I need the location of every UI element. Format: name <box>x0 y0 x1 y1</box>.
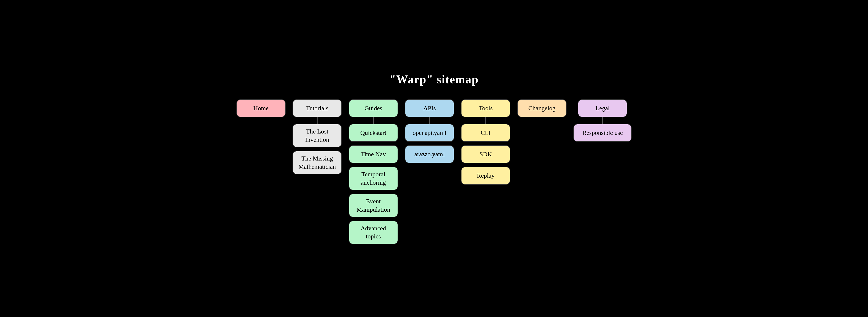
legal-children: Responsible use <box>574 124 631 142</box>
tutorials-connector-v <box>317 117 317 124</box>
guide-time-nav[interactable]: Time Nav <box>349 145 398 163</box>
column-guides: Guides Quickstart Time Nav Temporal anch… <box>349 99 398 244</box>
api-arazzo[interactable]: arazzo.yaml <box>405 145 454 163</box>
column-legal: Legal Responsible use <box>574 99 631 142</box>
guide-temporal-anchoring[interactable]: Temporal anchoring <box>349 167 398 190</box>
apis-connector-v <box>429 117 430 124</box>
apis-node[interactable]: APIs <box>405 99 454 117</box>
tutorial-lost-invention[interactable]: The Lost Invention <box>292 124 342 147</box>
changelog-node[interactable]: Changelog <box>517 99 566 117</box>
legal-node[interactable]: Legal <box>578 99 627 117</box>
tutorials-node[interactable]: Tutorials <box>292 99 342 117</box>
tools-children: CLI SDK Replay <box>461 124 510 185</box>
api-openapi[interactable]: openapi.yaml <box>405 124 454 142</box>
tutorial-missing-mathematician[interactable]: The Missing Mathematician <box>292 151 342 174</box>
tutorials-children: The Lost Invention The Missing Mathemati… <box>292 124 342 174</box>
column-tools: Tools CLI SDK Replay <box>461 99 510 185</box>
column-home: Home <box>237 99 286 117</box>
column-apis: APIs openapi.yaml arazzo.yaml <box>405 99 454 163</box>
sitemap-container: "Warp" sitemap Home Tutorials The Lost I… <box>233 73 635 244</box>
guides-connector-v <box>373 117 374 124</box>
tool-sdk[interactable]: SDK <box>461 145 510 163</box>
tool-replay[interactable]: Replay <box>461 167 510 185</box>
guide-quickstart[interactable]: Quickstart <box>349 124 398 142</box>
tool-cli[interactable]: CLI <box>461 124 510 142</box>
guides-children: Quickstart Time Nav Temporal anchoring E… <box>349 124 398 244</box>
tools-node[interactable]: Tools <box>461 99 510 117</box>
legal-responsible-use[interactable]: Responsible use <box>574 124 631 142</box>
guide-advanced-topics[interactable]: Advanced topics <box>349 221 398 244</box>
page-title: "Warp" sitemap <box>233 73 635 86</box>
column-tutorials: Tutorials The Lost Invention The Missing… <box>292 99 342 174</box>
guides-node[interactable]: Guides <box>349 99 398 117</box>
column-changelog: Changelog <box>517 99 566 117</box>
home-node[interactable]: Home <box>237 99 286 117</box>
guide-event-manipulation[interactable]: Event Manipulation <box>349 194 398 217</box>
tools-connector-v <box>486 117 486 124</box>
legal-connector-v <box>602 117 603 124</box>
apis-children: openapi.yaml arazzo.yaml <box>405 124 454 163</box>
